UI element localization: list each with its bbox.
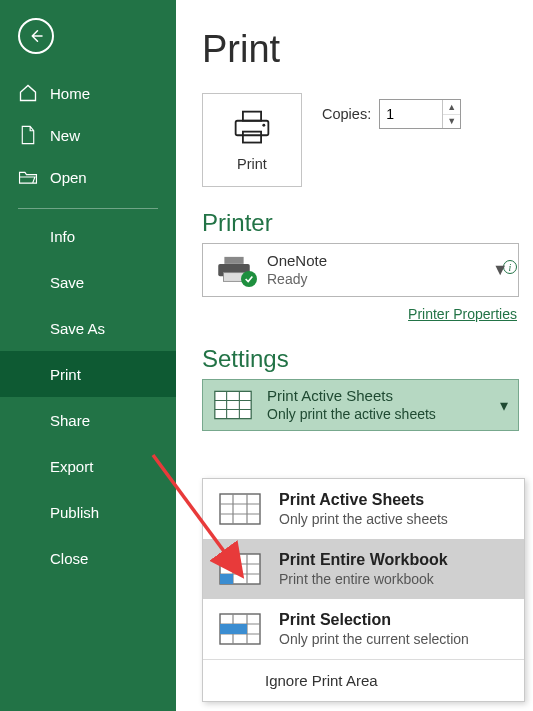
print-button-label: Print — [237, 156, 267, 172]
sidebar-nav-sub: Info Save Save As Print Share Export Pub… — [0, 213, 176, 581]
printer-status-text: Ready — [267, 271, 327, 289]
sheet-grid-icon — [217, 489, 263, 529]
dropdown-item-ignore-print-area[interactable]: Ignore Print Area — [203, 660, 524, 701]
sidebar-item-label: Open — [50, 169, 87, 186]
printer-properties-link[interactable]: Printer Properties — [408, 306, 517, 322]
svg-rect-5 — [224, 257, 243, 264]
copies-label: Copies: — [322, 106, 371, 122]
sidebar-item-label: Share — [50, 412, 90, 429]
print-what-dropdown: Print Active Sheets Only print the activ… — [202, 478, 525, 702]
sidebar-item-label: Publish — [50, 504, 99, 521]
open-icon — [18, 167, 38, 187]
dropdown-item-subtitle: Print the entire workbook — [279, 570, 448, 588]
copies-input[interactable] — [380, 100, 442, 128]
sidebar-item-share[interactable]: Share — [0, 397, 176, 443]
svg-rect-7 — [215, 391, 251, 418]
sidebar-item-label: Home — [50, 85, 90, 102]
dropdown-item-active-sheets[interactable]: Print Active Sheets Only print the activ… — [203, 479, 524, 539]
copies-group: Copies: ▲ ▼ — [322, 99, 461, 129]
home-icon — [18, 83, 38, 103]
sidebar-divider — [18, 208, 158, 209]
dropdown-item-subtitle: Only print the current selection — [279, 630, 469, 648]
dropdown-item-title: Print Selection — [279, 610, 469, 631]
dropdown-item-entire-workbook[interactable]: Print Entire Workbook Print the entire w… — [203, 539, 524, 599]
sheet-grid-icon — [217, 549, 263, 589]
back-button[interactable] — [18, 18, 54, 54]
sidebar-item-label: Save As — [50, 320, 105, 337]
svg-rect-12 — [220, 624, 247, 634]
print-what-subtitle: Only print the active sheets — [267, 406, 436, 424]
sidebar-item-label: Save — [50, 274, 84, 291]
sidebar-item-label: Print — [50, 366, 81, 383]
dropdown-item-subtitle: Only print the active sheets — [279, 510, 448, 528]
printer-selector[interactable]: OneNote Ready ▼ — [202, 243, 519, 297]
svg-rect-0 — [243, 112, 261, 121]
sidebar-item-print[interactable]: Print — [0, 351, 176, 397]
arrow-left-icon — [27, 27, 45, 45]
svg-point-3 — [262, 124, 265, 127]
copies-spinner[interactable]: ▲ ▼ — [379, 99, 461, 129]
sidebar-item-label: Close — [50, 550, 88, 567]
printer-status-check-icon — [241, 271, 257, 287]
svg-rect-8 — [220, 494, 260, 524]
copies-step-up[interactable]: ▲ — [443, 100, 460, 115]
sidebar-item-close[interactable]: Close — [0, 535, 176, 581]
print-what-title: Print Active Sheets — [267, 387, 436, 406]
svg-rect-10 — [220, 574, 233, 584]
sidebar-item-home[interactable]: Home — [0, 72, 176, 114]
sidebar-item-open[interactable]: Open — [0, 156, 176, 198]
dropdown-item-selection[interactable]: Print Selection Only print the current s… — [203, 599, 524, 659]
new-icon — [18, 125, 38, 145]
sidebar-item-export[interactable]: Export — [0, 443, 176, 489]
dropdown-item-title: Print Entire Workbook — [279, 550, 448, 571]
chevron-down-icon: ▼ — [492, 261, 508, 279]
sidebar-item-save[interactable]: Save — [0, 259, 176, 305]
sidebar-item-save-as[interactable]: Save As — [0, 305, 176, 351]
settings-section-title: Settings — [202, 345, 519, 373]
svg-rect-1 — [236, 121, 269, 136]
sidebar-item-label: Export — [50, 458, 93, 475]
sheet-grid-icon — [217, 609, 263, 649]
copies-step-down[interactable]: ▼ — [443, 115, 460, 129]
sidebar-item-info[interactable]: Info — [0, 213, 176, 259]
svg-rect-2 — [243, 132, 261, 143]
backstage-sidebar: Home New Open Info Save Save As Print Sh… — [0, 0, 176, 711]
dropdown-item-title: Print Active Sheets — [279, 490, 448, 511]
sidebar-item-label: New — [50, 127, 80, 144]
printer-name: OneNote — [267, 252, 327, 271]
sidebar-item-label: Info — [50, 228, 75, 245]
page-title: Print — [202, 28, 519, 71]
printer-icon — [230, 108, 274, 148]
printer-device-icon — [213, 255, 255, 285]
chevron-down-icon: ▾ — [500, 396, 508, 415]
printer-section-title: Printer — [202, 209, 519, 237]
sidebar-nav-top: Home New Open — [0, 72, 176, 198]
print-what-combobox[interactable]: Print Active Sheets Only print the activ… — [202, 379, 519, 431]
print-button[interactable]: Print — [202, 93, 302, 187]
sheet-grid-icon — [213, 388, 253, 422]
sidebar-item-publish[interactable]: Publish — [0, 489, 176, 535]
sidebar-item-new[interactable]: New — [0, 114, 176, 156]
main-panel: Print Print Copies: ▲ ▼ i Printer — [176, 0, 533, 711]
